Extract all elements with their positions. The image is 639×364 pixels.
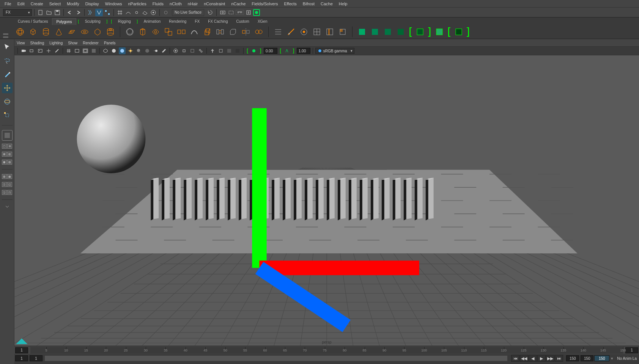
history-toggle-icon[interactable] [206, 9, 214, 16]
poly-cube-icon[interactable] [28, 27, 38, 37]
live-surface-field[interactable]: No Live Surface [172, 9, 204, 16]
camera-select-icon[interactable] [20, 47, 27, 54]
exposure-reset-icon[interactable] [217, 47, 224, 54]
gate-mask-icon[interactable] [90, 47, 97, 54]
layout-persp-icon[interactable]: ▧ [7, 160, 12, 165]
panel-menu-shading[interactable]: Shading [30, 41, 44, 45]
layout-uv-icon[interactable]: ◱ [7, 182, 12, 187]
poly-prism-icon[interactable] [93, 27, 102, 37]
poly-platonic-icon[interactable] [125, 27, 135, 37]
layout-outliner-icon[interactable]: ▦ [2, 160, 7, 165]
grid-toggle-icon[interactable] [65, 47, 72, 54]
layout-hyper-icon[interactable]: ◫ [2, 182, 7, 187]
end-frame-edit-field[interactable] [594, 355, 609, 361]
panel-menu-renderer[interactable]: Renderer [83, 41, 99, 45]
wireframe-icon[interactable] [102, 47, 109, 54]
sculpt-6-icon[interactable] [434, 27, 444, 37]
mirror-icon[interactable] [241, 27, 251, 37]
shelf-tab-rigging[interactable]: Rigging [114, 18, 135, 25]
shelf-tab-sculpting[interactable]: Sculpting [81, 18, 105, 25]
select-by-hierarchy-icon[interactable] [87, 9, 94, 16]
view-transform-dropdown[interactable]: sRGB gamma [315, 48, 354, 54]
anim-end-field[interactable] [581, 355, 593, 361]
time-slider[interactable]: 5101520253035404550556065707580859095100… [14, 346, 639, 354]
shelf-tab-scroll-icon[interactable] [3, 33, 8, 35]
grease-pencil-icon[interactable] [54, 47, 60, 54]
anim-start-field[interactable] [15, 355, 28, 361]
shelf-tab-fx[interactable]: FX [190, 18, 204, 25]
layout-dope-icon[interactable]: ▩ [7, 174, 12, 179]
menu-edit[interactable]: Edit [14, 1, 28, 7]
perspective-viewport[interactable]: persp [14, 55, 639, 346]
film-gate-icon[interactable] [74, 47, 80, 54]
poly-torus-icon[interactable] [80, 27, 90, 37]
exposure-lock-icon[interactable] [209, 47, 216, 54]
lasso-tool-icon[interactable] [2, 55, 13, 66]
bevel-icon[interactable] [228, 27, 238, 37]
current-frame-right-field[interactable] [625, 347, 638, 353]
shelf-tab-custom[interactable]: Custom [232, 18, 253, 25]
select-tool-icon[interactable] [2, 42, 13, 52]
panel-menu-view[interactable]: View [17, 41, 25, 45]
menu-help[interactable]: Help [336, 1, 351, 7]
open-scene-icon[interactable] [45, 9, 53, 16]
gamma-icon[interactable] [283, 47, 290, 54]
poly-cylinder-icon[interactable] [41, 27, 51, 37]
layout-four-icon[interactable]: ⊞ [7, 144, 12, 149]
menu-ncloth[interactable]: nCloth [167, 1, 185, 7]
resolution-gate-icon[interactable] [82, 47, 89, 54]
go-end-button[interactable]: ⏭ [555, 355, 563, 362]
motion-blur-icon[interactable] [152, 47, 159, 54]
xray-joints-icon[interactable] [197, 47, 204, 54]
menu-fluids[interactable]: Fluids [150, 1, 167, 7]
camera-bookmark-icon[interactable] [28, 47, 35, 54]
textured-icon[interactable] [119, 47, 126, 54]
scale-tool-icon[interactable] [2, 110, 13, 121]
merge-icon[interactable] [254, 27, 264, 37]
menu-nparticles[interactable]: nParticles [125, 1, 149, 7]
isolate-select-icon[interactable] [181, 47, 187, 54]
snap-point-icon[interactable] [133, 9, 140, 16]
poly-cone-icon[interactable] [54, 27, 64, 37]
sculpt-3-icon[interactable] [383, 27, 393, 37]
shadows-icon[interactable] [135, 47, 142, 54]
playback-start-field[interactable] [30, 355, 42, 361]
exposure-icon[interactable] [250, 47, 257, 54]
redo-icon[interactable] [74, 9, 82, 16]
menu-nhair[interactable]: nHair [185, 1, 201, 7]
sculpt-4-icon[interactable] [396, 27, 406, 37]
ipr-render-icon[interactable]: IPR [236, 10, 244, 15]
playback-end-field[interactable] [566, 355, 579, 361]
smooth-icon[interactable] [189, 27, 199, 37]
toolbox-collapse-icon[interactable] [2, 204, 13, 209]
go-start-button[interactable]: ⏮ [511, 355, 519, 362]
menu-cache[interactable]: Cache [318, 1, 336, 7]
menu-effects[interactable]: Effects [281, 1, 299, 7]
undo-icon[interactable] [66, 9, 74, 16]
menu-windows[interactable]: Windows [102, 1, 125, 7]
select-by-object-icon[interactable] [95, 9, 103, 16]
separate-icon[interactable] [176, 27, 186, 37]
image-plane-icon[interactable] [37, 47, 44, 54]
menu-ncache[interactable]: nCache [228, 1, 249, 7]
render-region-icon[interactable] [227, 9, 235, 16]
rotate-tool-icon[interactable] [2, 96, 13, 107]
anim-layer-dropdown[interactable]: No Anim La [615, 356, 639, 361]
panel-menu-show[interactable]: Show [68, 41, 77, 45]
color-pot-icon[interactable] [234, 47, 241, 54]
insert-loop-icon[interactable] [325, 27, 335, 37]
menu-create[interactable]: Create [28, 1, 46, 7]
sculpt-7-icon[interactable] [454, 27, 464, 37]
quad-draw-icon[interactable] [338, 27, 348, 37]
select-by-component-icon[interactable] [104, 9, 111, 16]
layout-graph-icon[interactable]: ▨ [2, 174, 7, 179]
layout-two-v-icon[interactable]: ▥ [7, 152, 12, 157]
poly-type-icon[interactable] [138, 27, 148, 37]
step-back-button[interactable]: ◀◀ [520, 355, 528, 362]
save-scene-icon[interactable] [54, 9, 61, 16]
step-forward-button[interactable]: ▶▶ [546, 355, 554, 362]
shelf-tab-polygons[interactable]: Polygons [52, 18, 76, 25]
render-frame-icon[interactable] [219, 9, 227, 16]
snap-curve-icon[interactable] [124, 9, 132, 16]
menu-set-dropdown[interactable]: FX [3, 9, 32, 16]
